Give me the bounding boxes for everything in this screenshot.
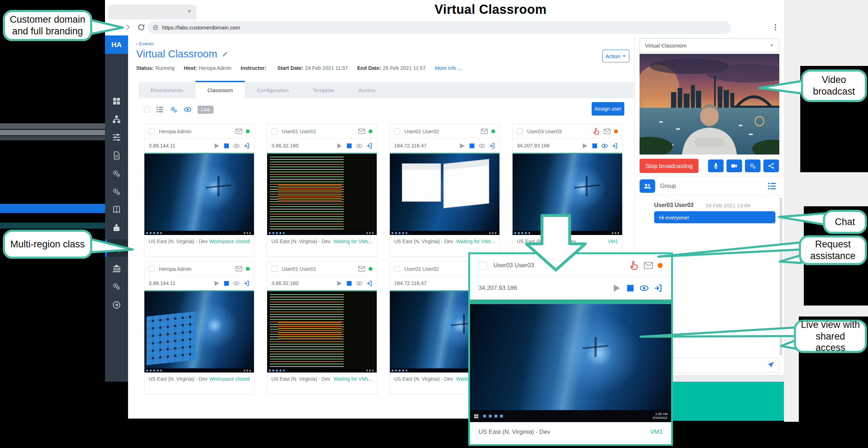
- eye-icon[interactable]: [233, 280, 240, 287]
- user-select-checkbox[interactable]: [271, 128, 277, 134]
- back-icon[interactable]: [111, 23, 120, 32]
- sidebar-item-integrations[interactable]: [105, 220, 128, 235]
- eye-icon[interactable]: [356, 142, 363, 149]
- email-icon[interactable]: [358, 128, 365, 135]
- chat-scrollbar[interactable]: [780, 198, 782, 355]
- sign-in-icon[interactable]: [653, 284, 663, 293]
- stop-broadcasting-button[interactable]: Stop broadcasting: [640, 159, 698, 173]
- reload-icon[interactable]: [137, 23, 145, 32]
- email-icon[interactable]: [235, 128, 243, 135]
- eye-icon[interactable]: [601, 142, 608, 149]
- user-select-checkbox[interactable]: [394, 266, 400, 272]
- tab-access[interactable]: Access: [347, 82, 388, 98]
- play-icon[interactable]: [336, 142, 343, 149]
- play-icon[interactable]: [612, 284, 621, 293]
- user-select-checkbox[interactable]: [479, 261, 487, 270]
- send-icon[interactable]: [767, 361, 775, 369]
- vm-screenshot[interactable]: [144, 154, 254, 235]
- play-icon[interactable]: [213, 142, 220, 149]
- sidebar-item-organization[interactable]: [105, 111, 128, 127]
- breadcrumb[interactable]: ‹ Events: [136, 41, 154, 46]
- avatar[interactable]: HA: [105, 35, 128, 54]
- sidebar-item-documents[interactable]: [105, 147, 128, 163]
- microphone-button[interactable]: [708, 159, 724, 172]
- stop-icon[interactable]: [591, 142, 598, 149]
- vm-screenshot[interactable]: [390, 154, 499, 235]
- settings-button[interactable]: [745, 159, 761, 172]
- eye-icon[interactable]: [233, 142, 240, 149]
- sidebar-item-dashboard[interactable]: [105, 93, 128, 109]
- play-icon[interactable]: [213, 280, 220, 287]
- eye-icon[interactable]: [479, 142, 485, 149]
- play-icon[interactable]: [336, 280, 343, 287]
- user-select-checkbox[interactable]: [394, 128, 400, 134]
- stop-icon[interactable]: [223, 142, 230, 149]
- tab-configuration[interactable]: Configuration: [245, 82, 300, 98]
- vm-screenshot[interactable]: [267, 154, 377, 235]
- sidebar-item-admin[interactable]: [105, 278, 128, 294]
- vm-region: US East (N. Virginia) - Dev: [271, 238, 333, 245]
- sign-in-icon[interactable]: [243, 280, 250, 287]
- tab-classroom[interactable]: Classroom: [195, 81, 245, 98]
- share-button[interactable]: [763, 159, 779, 172]
- sidebar-item-controls[interactable]: [105, 129, 128, 145]
- sidebar-item-automation[interactable]: [105, 184, 128, 199]
- sidebar-item-logout[interactable]: [105, 297, 128, 313]
- tab-environments[interactable]: Environments: [139, 82, 195, 98]
- tab-close-button[interactable]: ×: [186, 8, 193, 15]
- action-button[interactable]: Action: [602, 50, 629, 62]
- eye-icon[interactable]: [184, 106, 192, 113]
- vm-screenshot[interactable]: [513, 154, 622, 235]
- camera-button[interactable]: [726, 159, 742, 172]
- gears-icon[interactable]: [170, 106, 178, 113]
- edit-pencil-icon[interactable]: [221, 51, 228, 58]
- user-select-checkbox[interactable]: [271, 266, 277, 272]
- email-icon[interactable]: [481, 128, 488, 135]
- eye-icon[interactable]: [356, 280, 363, 287]
- forward-icon[interactable]: [123, 23, 132, 32]
- sidebar-item-library[interactable]: [105, 202, 128, 217]
- stop-icon[interactable]: [469, 142, 475, 149]
- sign-in-icon[interactable]: [488, 142, 495, 149]
- play-icon[interactable]: [459, 142, 465, 149]
- stop-icon[interactable]: [223, 280, 230, 287]
- email-icon[interactable]: [603, 128, 611, 135]
- vm-region: US East (N. Virginia) - Dev: [149, 238, 209, 245]
- user-select-checkbox[interactable]: [149, 266, 155, 272]
- bank-icon: [112, 264, 121, 273]
- sign-in-icon[interactable]: [366, 142, 372, 149]
- vm-screenshot[interactable]: [267, 291, 377, 373]
- tab-template[interactable]: Template: [301, 82, 347, 98]
- play-icon[interactable]: [581, 142, 588, 149]
- email-icon[interactable]: [358, 265, 365, 273]
- browser-menu-icon[interactable]: [771, 23, 780, 32]
- user-select-checkbox[interactable]: [149, 128, 155, 134]
- eye-icon[interactable]: [640, 284, 649, 293]
- more-info-link[interactable]: More info ...: [435, 65, 462, 71]
- sidebar-item-events-active[interactable]: [105, 239, 128, 257]
- vm-taskbar: [267, 231, 377, 235]
- address-bar[interactable]: https://labs.customerdomain.com: [148, 21, 731, 34]
- classroom-dropdown[interactable]: Virtual Classroom: [640, 38, 779, 52]
- live-vm-view[interactable]: 1:05 AM2/24/2021: [470, 304, 671, 422]
- assign-user-button[interactable]: Assign user: [592, 102, 624, 116]
- stop-icon[interactable]: [346, 142, 353, 149]
- popup-ip-row: 34.207.93.186: [470, 277, 671, 299]
- vm-label: VM1: [650, 429, 663, 436]
- email-icon[interactable]: [235, 265, 243, 273]
- sidebar-item-services[interactable]: [105, 166, 128, 181]
- list-view-icon[interactable]: [156, 106, 164, 113]
- select-all-checkbox[interactable]: [144, 107, 150, 113]
- vm-screenshot[interactable]: [144, 291, 254, 373]
- user-select-checkbox[interactable]: [517, 128, 523, 134]
- sign-in-icon[interactable]: [611, 142, 618, 149]
- stop-icon[interactable]: [346, 280, 353, 287]
- end-date-field: End Date:25 Feb 2021 11:57: [357, 65, 426, 71]
- sign-in-icon[interactable]: [366, 280, 372, 287]
- email-icon[interactable]: [643, 261, 653, 270]
- sign-in-icon[interactable]: [243, 142, 250, 149]
- sidebar-item-institution[interactable]: [105, 261, 128, 276]
- browser-tab[interactable]: [108, 5, 197, 19]
- participant-list-icon[interactable]: [768, 181, 777, 191]
- stop-icon[interactable]: [626, 284, 635, 293]
